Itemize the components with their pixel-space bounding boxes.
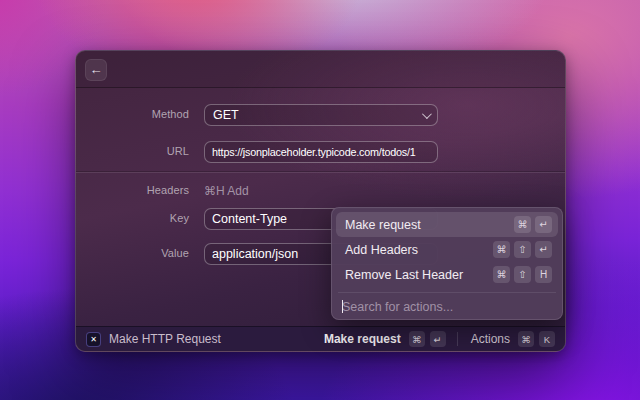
- method-dropdown[interactable]: GET: [204, 104, 438, 126]
- shift-key-icon: ⇧: [514, 241, 531, 258]
- footer-divider: [457, 332, 458, 346]
- section-divider: [76, 172, 565, 173]
- command-key-icon: ⌘: [514, 216, 531, 233]
- extension-icon: ✕: [86, 332, 101, 347]
- method-label: Method: [76, 108, 189, 120]
- actions-search-input[interactable]: [336, 300, 558, 314]
- extension-title: Make HTTP Request: [109, 332, 221, 346]
- url-input[interactable]: [204, 141, 438, 163]
- action-label: Add Headers: [345, 243, 418, 257]
- action-item-add-headers[interactable]: Add Headers ⌘ ⇧ ↵: [336, 237, 558, 262]
- return-key-icon: ↵: [535, 241, 552, 258]
- return-key-icon: ↵: [430, 331, 446, 347]
- status-bar: ✕ Make HTTP Request Make request ⌘ ↵ Act…: [76, 326, 565, 351]
- key-label: Key: [76, 212, 189, 224]
- actions-menu-button[interactable]: Actions: [471, 332, 510, 346]
- status-bar-actions: Make request ⌘ ↵ Actions ⌘ K: [324, 331, 555, 347]
- command-key-icon: ⌘: [409, 331, 425, 347]
- chevron-down-icon: [422, 109, 432, 119]
- command-key-icon: ⌘: [493, 241, 510, 258]
- action-item-make-request[interactable]: Make request ⌘ ↵: [336, 212, 558, 237]
- h-key-icon: H: [535, 266, 552, 283]
- action-label: Make request: [345, 218, 421, 232]
- text-cursor: [342, 300, 343, 313]
- primary-action-label[interactable]: Make request: [324, 332, 401, 346]
- actions-panel: Make request ⌘ ↵ Add Headers ⌘ ⇧ ↵ Remov…: [331, 207, 563, 320]
- desktop-wallpaper: ← Method GET URL Headers ⌘H Add Key Valu…: [0, 0, 640, 400]
- back-arrow-icon: ←: [90, 62, 103, 77]
- command-key-icon: ⌘: [493, 266, 510, 283]
- headers-label: Headers: [76, 184, 189, 196]
- back-button[interactable]: ←: [85, 59, 107, 81]
- window-header: ←: [76, 51, 565, 88]
- method-value: GET: [213, 108, 239, 122]
- url-label: URL: [76, 145, 189, 157]
- return-key-icon: ↵: [535, 216, 552, 233]
- shift-key-icon: ⇧: [514, 266, 531, 283]
- k-key-icon: K: [539, 331, 555, 347]
- value-label: Value: [76, 247, 189, 259]
- actions-search: [336, 293, 558, 320]
- headers-add-shortcut-hint[interactable]: ⌘H Add: [204, 184, 249, 198]
- action-item-remove-last-header[interactable]: Remove Last Header ⌘ ⇧ H: [336, 262, 558, 287]
- command-key-icon: ⌘: [518, 331, 534, 347]
- action-label: Remove Last Header: [345, 268, 463, 282]
